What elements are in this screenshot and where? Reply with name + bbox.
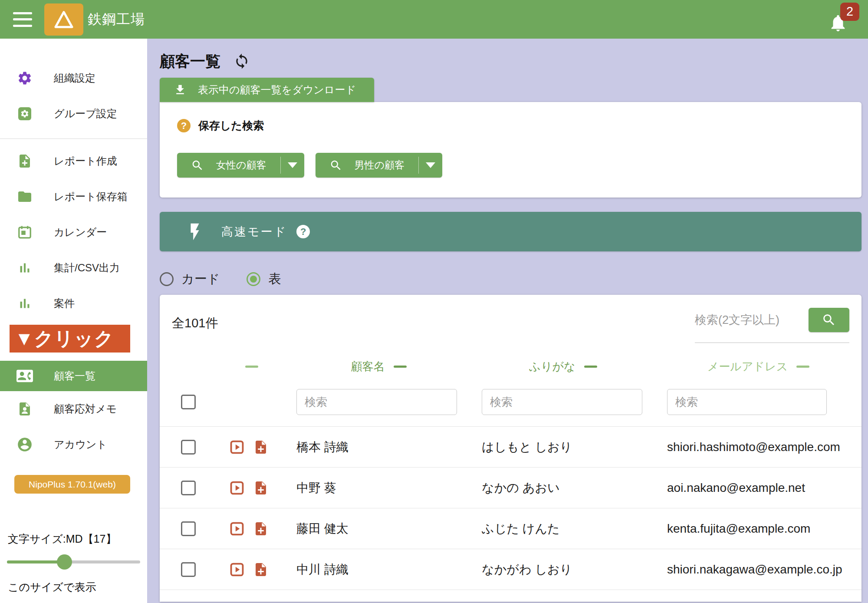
table-row: 中野 葵 なかの あおい aoi.nakano@example.net [160, 467, 861, 508]
open-detail-icon[interactable] [229, 521, 245, 537]
sidebar-item-customer-list[interactable]: 顧客一覧 [0, 361, 147, 391]
chevron-down-icon [426, 162, 435, 168]
table-row: 中川 詩織 なかがわ しおり shiori.nakagawa@example.c… [160, 549, 861, 590]
saved-search-title: 保存した検索 [198, 119, 264, 133]
calendar-icon [16, 224, 34, 240]
column-filter-row [160, 378, 861, 426]
radio-card-view[interactable] [160, 272, 174, 286]
sort-dash-icon[interactable] [796, 366, 809, 368]
sidebar-item-account[interactable]: アカウント [0, 427, 147, 462]
file-person-icon [16, 401, 34, 417]
file-plus-icon [16, 153, 34, 169]
saved-search-male-button[interactable]: 男性の顧客 [316, 153, 443, 178]
saved-search-card: ? 保存した検索 女性の顧客 [160, 102, 861, 198]
version-badge: NipoPlus 1.70.1(web) [14, 475, 130, 494]
dropdown-caret-button[interactable] [419, 153, 442, 178]
gear-icon [16, 70, 34, 86]
name-filter-input[interactable] [296, 389, 457, 415]
sidebar-item-report-create[interactable]: レポート作成 [0, 143, 147, 179]
sidebar-item-calendar[interactable]: カレンダー [0, 214, 147, 250]
open-detail-icon[interactable] [229, 439, 245, 455]
sort-dash-icon[interactable] [394, 366, 407, 368]
search-icon [191, 159, 204, 172]
sidebar-item-org-settings[interactable]: 組織設定 [0, 60, 147, 96]
open-detail-icon[interactable] [229, 561, 245, 578]
row-checkbox[interactable] [181, 521, 196, 536]
furigana-filter-input[interactable] [482, 389, 642, 415]
sidebar-item-label: 顧客一覧 [54, 369, 95, 383]
help-icon[interactable]: ? [177, 119, 191, 132]
sidebar-divider [0, 138, 147, 139]
sidebar-item-report-box[interactable]: レポート保存箱 [0, 179, 147, 214]
radio-card-label[interactable]: カード [181, 270, 220, 288]
sort-dash-icon[interactable] [245, 366, 258, 368]
customer-name: 藤田 健太 [286, 508, 471, 549]
customer-email: aoi.nakano@example.net [655, 468, 861, 508]
column-header-furigana[interactable]: ふりがな [471, 355, 655, 378]
customer-furigana: なかがわ しおり [471, 549, 655, 590]
table-row [160, 590, 861, 602]
bar-chart-icon [16, 296, 34, 311]
lightning-icon [185, 222, 205, 242]
saved-search-female-button[interactable]: 女性の顧客 [177, 153, 304, 178]
notification-badge: 2 [840, 3, 859, 21]
chevron-down-icon [288, 162, 297, 168]
download-icon [174, 83, 187, 96]
fast-mode-label: 高速モード [221, 224, 287, 240]
open-detail-icon[interactable] [229, 480, 245, 496]
font-size-label: 文字サイズ:MD【17】 [7, 532, 140, 546]
search-icon [822, 313, 836, 327]
add-memo-icon[interactable] [253, 439, 269, 455]
row-checkbox[interactable] [181, 481, 196, 495]
table-search [695, 308, 849, 343]
sidebar-item-projects[interactable]: 案件 [0, 286, 147, 321]
sidebar-item-csv-export[interactable]: 集計/CSV出力 [0, 250, 147, 286]
radio-table-label[interactable]: 表 [268, 270, 281, 288]
folder-icon [16, 189, 34, 204]
slider-thumb[interactable] [57, 554, 72, 570]
app-title: 鉄鋼工場 [88, 10, 145, 29]
download-button[interactable]: 表示中の顧客一覧をダウンロード [160, 78, 374, 102]
sidebar-item-group-settings[interactable]: グループ設定 [0, 96, 147, 132]
dropdown-caret-button[interactable] [281, 153, 304, 178]
app-logo[interactable] [44, 3, 83, 36]
customer-furigana: なかの あおい [471, 468, 655, 508]
main-content: 顧客一覧 表示中の顧客一覧をダウンロード ? 保存した検索 [147, 39, 868, 603]
row-checkbox[interactable] [181, 562, 196, 577]
gear-square-icon [16, 106, 34, 122]
table-row: 藤田 健太 ふじた けんた kenta.fujita@example.com [160, 508, 861, 549]
sidebar-item-label: 顧客応対メモ [54, 402, 117, 416]
customer-email: kenta.fujita@example.com [655, 508, 861, 549]
sidebar-item-label: レポート作成 [54, 154, 117, 168]
help-icon[interactable]: ? [296, 225, 310, 238]
add-memo-icon[interactable] [253, 521, 269, 537]
select-all-checkbox[interactable] [181, 395, 196, 409]
app-window: 鉄鋼工場 2 組織設定 グループ設定 [0, 0, 868, 603]
sort-dash-icon[interactable] [584, 366, 597, 368]
add-memo-icon[interactable] [253, 562, 269, 577]
row-checkbox[interactable] [181, 440, 196, 455]
sidebar-item-label: 案件 [54, 297, 75, 310]
column-header-email[interactable]: メールアドレス [655, 355, 861, 378]
customer-name: 中川 詩織 [286, 549, 471, 590]
email-filter-input[interactable] [667, 389, 827, 415]
add-memo-icon[interactable] [253, 480, 269, 496]
sidebar-item-customer-memo[interactable]: 顧客応対メモ [0, 391, 147, 427]
refresh-icon[interactable] [233, 53, 250, 69]
radio-table-view[interactable] [247, 272, 260, 286]
notification-bell-icon[interactable]: 2 [828, 4, 853, 35]
font-size-apply-label[interactable]: このサイズで表示 [7, 580, 140, 594]
customer-name: 中野 葵 [286, 468, 471, 508]
font-size-slider[interactable] [7, 554, 140, 570]
sidebar: 組織設定 グループ設定 レポート作成 レポート保存箱 [0, 39, 147, 603]
table-search-input[interactable] [695, 308, 802, 332]
sidebar-item-label: アカウント [54, 438, 107, 451]
hamburger-menu-icon[interactable] [13, 12, 32, 27]
triangle-logo-icon [54, 10, 74, 29]
contact-phone-icon [16, 368, 34, 384]
sidebar-item-label: レポート保存箱 [54, 190, 128, 204]
column-header-name[interactable]: 顧客名 [286, 355, 471, 378]
table-search-button[interactable] [809, 308, 849, 332]
customer-furigana: はしもと しおり [471, 427, 655, 467]
fast-mode-banner[interactable]: 高速モード ? [160, 212, 861, 251]
